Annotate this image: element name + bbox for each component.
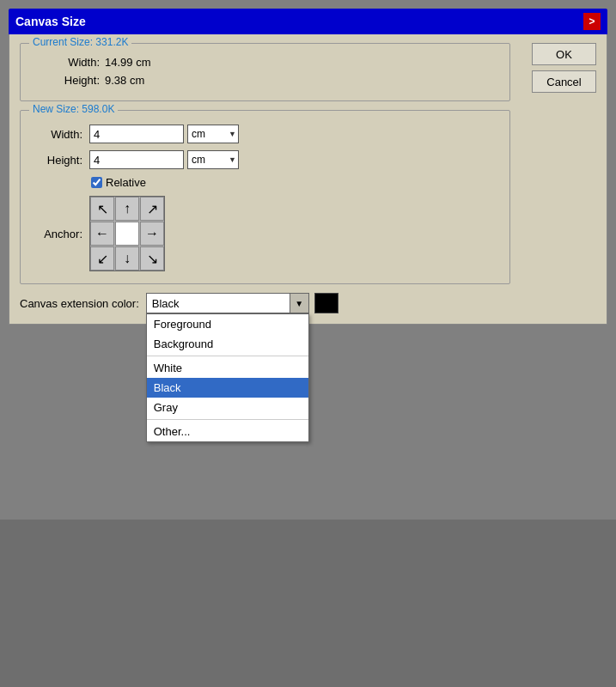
width-unit-container: cm px in [187, 125, 239, 143]
anchor-cell-7[interactable]: ↓ [115, 246, 139, 271]
relative-label[interactable]: Relative [106, 176, 146, 189]
current-size-section: Current Size: 331.2K Width: 14.99 cm Hei… [20, 43, 510, 101]
extension-row: Canvas extension color: Black ▼ Foregrou… [20, 293, 596, 313]
height-input[interactable] [89, 150, 184, 169]
current-height-row: Height: 9.38 cm [31, 74, 499, 87]
background-area [0, 520, 616, 687]
anchor-grid: ↖↑↗←→↙↓↘ [89, 196, 165, 271]
color-preview [314, 293, 338, 313]
anchor-cell-8[interactable]: ↘ [140, 246, 164, 271]
new-height-label: Height: [31, 154, 82, 167]
current-height-label: Height: [48, 74, 100, 87]
dropdown-item-white[interactable]: White [147, 358, 308, 378]
extension-selected-value: Black [152, 297, 180, 310]
anchor-cell-5[interactable]: → [140, 222, 164, 246]
width-input[interactable] [89, 125, 184, 143]
relative-row: Relative [91, 176, 499, 189]
anchor-row: Anchor: ↖↑↗←→↙↓↘ [31, 196, 499, 271]
extension-label: Canvas extension color: [20, 297, 139, 310]
height-unit-container: cm px in [187, 150, 239, 169]
new-size-section: New Size: 598.0K Width: cm px in Height: [20, 110, 510, 284]
extension-dropdown-menu: ForegroundBackgroundWhiteBlackGrayOther.… [146, 313, 309, 442]
extension-select-container: Black ▼ ForegroundBackgroundWhiteBlackGr… [146, 293, 309, 313]
ok-button[interactable]: OK [532, 43, 596, 65]
dropdown-item-foreground[interactable]: Foreground [147, 314, 308, 334]
current-width-value: 14.99 cm [105, 56, 150, 69]
height-unit-select[interactable]: cm px in [187, 150, 239, 169]
width-unit-select[interactable]: cm px in [187, 125, 239, 143]
anchor-cell-6[interactable]: ↙ [90, 246, 114, 271]
anchor-cell-2[interactable]: ↗ [140, 197, 164, 221]
close-button[interactable]: > [583, 13, 601, 30]
anchor-label: Anchor: [31, 228, 82, 240]
new-size-legend: New Size: 598.0K [29, 103, 118, 115]
new-height-row: Height: cm px in [31, 150, 499, 169]
current-height-value: 9.38 cm [105, 74, 144, 87]
current-size-legend: Current Size: 331.2K [29, 36, 131, 48]
dropdown-divider-1 [147, 356, 308, 356]
current-width-label: Width: [48, 56, 100, 69]
button-column: OK Cancel [532, 43, 596, 93]
new-width-row: Width: cm px in [31, 125, 499, 143]
anchor-cell-4[interactable] [115, 222, 139, 246]
extension-select-display[interactable]: Black ▼ [146, 293, 309, 313]
anchor-cell-0[interactable]: ↖ [90, 197, 114, 221]
dropdown-item-other[interactable]: Other... [147, 422, 308, 441]
current-width-row: Width: 14.99 cm [31, 56, 499, 69]
anchor-cell-1[interactable]: ↑ [115, 197, 139, 221]
anchor-cell-3[interactable]: ← [90, 222, 114, 246]
dialog-title: Canvas Size [15, 15, 86, 28]
dropdown-item-background[interactable]: Background [147, 334, 308, 354]
dropdown-item-gray[interactable]: Gray [147, 398, 308, 417]
relative-checkbox[interactable] [91, 177, 102, 188]
dropdown-divider-4 [147, 419, 308, 420]
title-bar: Canvas Size > [9, 9, 607, 34]
dropdown-arrow-icon[interactable]: ▼ [290, 294, 308, 313]
dialog-body: OK Cancel Current Size: 331.2K Width: 14… [9, 34, 607, 325]
canvas-size-dialog: Canvas Size > OK Cancel Current Size: 33… [9, 9, 607, 325]
dropdown-item-black[interactable]: Black [147, 378, 308, 398]
cancel-button[interactable]: Cancel [532, 70, 596, 93]
new-width-label: Width: [31, 128, 82, 141]
